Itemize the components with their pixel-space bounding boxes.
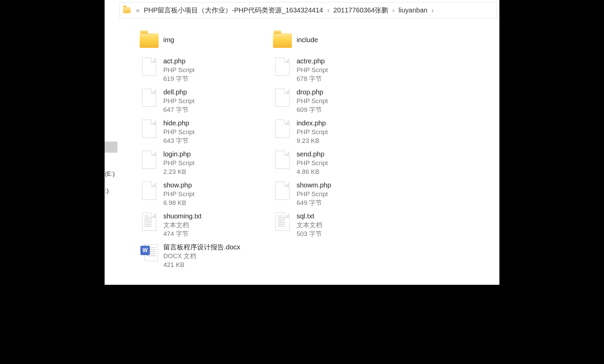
breadcrumb[interactable]: « PHP留言板小项目（大作业）-PHP代码类资源_1634324414 › 2…	[119, 2, 497, 18]
item-type: PHP Script	[163, 190, 195, 199]
item-type: DOCX 文档	[163, 252, 240, 261]
generic-file-icon	[275, 151, 290, 169]
item-type: 文本文档	[297, 221, 322, 230]
file-item[interactable]: shuoming.txt文本文档474 字节	[138, 210, 271, 241]
item-size: 474 字节	[163, 230, 201, 238]
text-file-icon	[275, 213, 290, 231]
item-name: act.php	[163, 57, 195, 66]
item-size: 503 字节	[297, 230, 322, 238]
file-item[interactable]: index.phpPHP Script9.23 KB	[271, 117, 404, 148]
sidebar-item-drive[interactable]: :)	[105, 187, 109, 194]
item-type: PHP Script	[297, 66, 328, 74]
item-type: 文本文档	[163, 221, 201, 230]
item-name: index.php	[297, 119, 328, 128]
item-size: 678 字节	[297, 74, 328, 83]
file-item[interactable]: drop.phpPHP Script609 字节	[271, 86, 404, 117]
file-item[interactable]: act.phpPHP Script619 字节	[138, 55, 271, 86]
word-badge-icon: W	[140, 246, 150, 255]
generic-file-icon	[275, 58, 290, 76]
item-size: 9.23 KB	[297, 136, 328, 145]
item-size: 2.23 KB	[163, 168, 195, 176]
item-type: PHP Script	[163, 97, 195, 105]
explorer-main: « PHP留言板小项目（大作业）-PHP代码类资源_1634324414 › 2…	[117, 0, 499, 285]
breadcrumb-item[interactable]: PHP留言板小项目（大作业）-PHP代码类资源_1634324414	[144, 6, 323, 15]
generic-file-icon	[142, 151, 156, 169]
item-name: actre.php	[297, 57, 328, 66]
item-size: 643 字节	[163, 136, 195, 145]
item-type: PHP Script	[163, 159, 195, 168]
sidebar-item-drive-e[interactable]: (E:)	[105, 171, 115, 178]
file-item[interactable]: login.phpPHP Script2.23 KB	[138, 148, 271, 179]
item-type: PHP Script	[163, 66, 195, 74]
item-name: sql.txt	[297, 212, 322, 221]
explorer-window: (E:) :) « PHP留言板小项目（大作业）-PHP代码类资源_163432…	[105, 0, 499, 285]
generic-file-icon	[142, 58, 156, 76]
item-name: show.php	[163, 181, 195, 190]
generic-file-icon	[142, 182, 156, 200]
item-type: PHP Script	[297, 190, 331, 199]
item-size: 619 字节	[163, 74, 195, 83]
item-name: 留言板程序设计报告.docx	[163, 243, 240, 252]
item-size: 6.98 KB	[163, 199, 195, 207]
docx-file-icon: W	[140, 244, 158, 262]
item-type: PHP Script	[297, 159, 328, 168]
chevron-right-icon[interactable]: ›	[432, 6, 434, 14]
folder-item[interactable]: img	[138, 28, 271, 55]
file-grid: imgincludeact.phpPHP Script619 字节actre.p…	[117, 18, 499, 272]
generic-file-icon	[142, 120, 156, 138]
file-item[interactable]: send.phpPHP Script4.86 KB	[271, 148, 404, 179]
item-name: shuoming.txt	[163, 212, 201, 221]
item-size: 647 字节	[163, 105, 195, 114]
item-name: dell.php	[163, 88, 195, 97]
item-size: 4.86 KB	[297, 168, 328, 176]
item-size: 421 KB	[163, 261, 240, 269]
generic-file-icon	[275, 89, 290, 107]
breadcrumb-item[interactable]: liuyanban	[399, 6, 428, 14]
item-name: drop.php	[297, 88, 328, 97]
generic-file-icon	[275, 182, 290, 200]
item-name: hide.php	[163, 119, 195, 128]
item-type: PHP Script	[297, 97, 328, 105]
item-size: 609 字节	[297, 105, 328, 114]
file-item[interactable]: hide.phpPHP Script643 字节	[138, 117, 271, 148]
file-item[interactable]: W留言板程序设计报告.docxDOCX 文档421 KB	[138, 241, 271, 272]
file-item[interactable]: showm.phpPHP Script649 字节	[271, 179, 404, 210]
text-file-icon	[142, 213, 156, 231]
item-name: img	[163, 35, 174, 44]
sidebar: (E:) :)	[105, 0, 117, 285]
item-name: login.php	[163, 150, 195, 159]
folder-icon	[140, 33, 159, 48]
item-type: PHP Script	[163, 128, 195, 136]
folder-icon	[123, 7, 131, 13]
item-name: send.php	[297, 150, 328, 159]
item-size: 649 字节	[297, 199, 331, 207]
chevron-right-icon[interactable]: ›	[392, 6, 394, 14]
file-item[interactable]: actre.phpPHP Script678 字节	[271, 55, 404, 86]
file-item[interactable]: sql.txt文本文档503 字节	[271, 210, 404, 241]
breadcrumb-item[interactable]: 20117760364张鹏	[333, 6, 388, 15]
chevron-right-icon[interactable]: ›	[327, 6, 329, 14]
generic-file-icon	[275, 120, 290, 138]
file-item[interactable]: dell.phpPHP Script647 字节	[138, 86, 271, 117]
folder-item[interactable]: include	[271, 28, 404, 55]
item-name: showm.php	[297, 181, 331, 190]
folder-icon	[273, 33, 292, 48]
breadcrumb-overflow-icon[interactable]: «	[136, 6, 140, 14]
item-name: include	[297, 35, 318, 44]
generic-file-icon	[142, 89, 156, 107]
sidebar-item-selected[interactable]	[105, 142, 117, 153]
item-type: PHP Script	[297, 128, 328, 136]
file-item[interactable]: show.phpPHP Script6.98 KB	[138, 179, 271, 210]
